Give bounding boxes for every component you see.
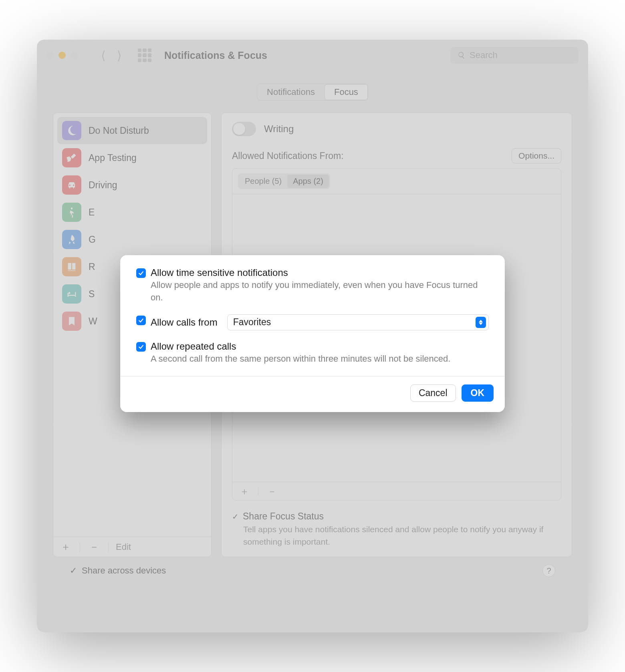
tools-icon xyxy=(62,148,81,167)
allow-calls-select[interactable]: Favorites xyxy=(227,314,489,330)
zoom-window-icon[interactable] xyxy=(71,52,78,59)
cancel-button[interactable]: Cancel xyxy=(410,384,456,402)
allow-calls-checkbox[interactable] xyxy=(136,316,146,325)
focus-item-driving[interactable]: Driving xyxy=(57,171,207,199)
focus-item-label: G xyxy=(89,234,96,245)
add-focus-button[interactable]: ＋ xyxy=(59,540,73,554)
focus-item-label: Do Not Disturb xyxy=(89,125,149,136)
share-focus-desc: Tell apps you have notifications silence… xyxy=(243,523,561,548)
allowed-footer: ＋ － xyxy=(232,482,561,500)
rocket-icon xyxy=(62,230,81,249)
search-placeholder: Search xyxy=(470,50,498,60)
bottom-bar: ✓ Share across devices ? xyxy=(53,557,572,577)
close-window-icon[interactable] xyxy=(46,52,54,59)
tab-notifications[interactable]: Notifications xyxy=(257,84,325,100)
subtab-people[interactable]: People (5) xyxy=(239,175,287,188)
share-focus-checkbox[interactable]: ✓ xyxy=(232,512,239,521)
option-time-sensitive: Allow time sensitive notifications Allow… xyxy=(136,267,489,304)
remove-allowed-button[interactable]: － xyxy=(266,485,278,498)
time-sensitive-checkbox[interactable] xyxy=(136,268,146,278)
focus-item-label: R xyxy=(89,262,95,272)
focus-item-label: W xyxy=(89,316,97,327)
repeated-calls-desc: A second call from the same person withi… xyxy=(151,353,489,365)
focus-item-label: S xyxy=(89,289,95,300)
ok-button[interactable]: OK xyxy=(462,384,494,402)
edit-button[interactable]: Edit xyxy=(116,542,131,552)
sidebar-footer: ＋ － Edit xyxy=(53,537,211,557)
window-title: Notifications & Focus xyxy=(164,50,267,61)
preferences-window: ⟨ ⟩ Notifications & Focus Search Notific… xyxy=(37,40,588,632)
chevron-up-down-icon xyxy=(476,317,486,328)
repeated-calls-checkbox[interactable] xyxy=(136,342,146,352)
bookmark-icon xyxy=(62,312,81,331)
window-controls xyxy=(46,52,78,59)
focus-item-g[interactable]: G xyxy=(57,226,207,253)
bed-icon xyxy=(62,284,81,304)
focus-item-label: App Testing xyxy=(89,153,137,163)
focus-enable-row: Writing xyxy=(232,122,561,136)
allowed-subtabs: People (5) Apps (2) xyxy=(238,173,330,189)
remove-focus-button[interactable]: － xyxy=(87,540,101,554)
tab-control: Notifications Focus xyxy=(53,84,572,101)
nav-buttons: ⟨ ⟩ xyxy=(97,48,126,63)
option-allow-calls-from: Allow calls from Favorites xyxy=(136,314,489,330)
share-across-checkbox[interactable]: ✓ xyxy=(70,565,77,576)
option-repeated-calls: Allow repeated calls A second call from … xyxy=(136,341,489,365)
help-button[interactable]: ? xyxy=(542,564,555,577)
repeated-calls-title: Allow repeated calls xyxy=(151,341,489,352)
car-icon xyxy=(62,175,81,195)
focus-item-label: Driving xyxy=(89,180,117,191)
minimize-window-icon[interactable] xyxy=(58,52,66,59)
options-button[interactable]: Options... xyxy=(512,148,561,163)
focus-item-do-not-disturb[interactable]: Do Not Disturb xyxy=(57,117,207,144)
share-focus-title: Share Focus Status xyxy=(243,511,324,522)
allow-calls-title: Allow calls from xyxy=(151,317,218,328)
search-input[interactable]: Search xyxy=(450,47,579,64)
search-icon xyxy=(458,51,466,59)
forward-button[interactable]: ⟩ xyxy=(113,48,126,63)
allowed-section-header: Allowed Notifications From: Options... xyxy=(232,148,561,163)
tab-focus[interactable]: Focus xyxy=(325,84,368,100)
time-sensitive-title: Allow time sensitive notifications xyxy=(151,267,489,278)
focus-enable-switch[interactable] xyxy=(232,122,256,136)
options-sheet: Allow time sensitive notifications Allow… xyxy=(120,255,505,412)
focus-name: Writing xyxy=(264,123,294,135)
time-sensitive-desc: Allow people and apps to notify you imme… xyxy=(151,279,489,304)
focus-item-e[interactable]: E xyxy=(57,199,207,226)
share-focus-status: ✓ Share Focus Status Tell apps you have … xyxy=(232,511,561,548)
back-button[interactable]: ⟨ xyxy=(97,48,110,63)
running-icon xyxy=(62,203,81,222)
allowed-label: Allowed Notifications From: xyxy=(232,151,344,161)
moon-icon xyxy=(62,121,81,140)
allow-calls-value: Favorites xyxy=(233,317,271,328)
focus-item-label: E xyxy=(89,207,95,218)
add-allowed-button[interactable]: ＋ xyxy=(238,485,251,498)
show-all-icon[interactable] xyxy=(138,48,151,62)
titlebar: ⟨ ⟩ Notifications & Focus Search xyxy=(37,40,588,71)
book-icon xyxy=(62,257,81,276)
share-across-label: Share across devices xyxy=(82,565,166,576)
focus-item-app-testing[interactable]: App Testing xyxy=(57,144,207,171)
subtab-apps[interactable]: Apps (2) xyxy=(287,175,329,188)
